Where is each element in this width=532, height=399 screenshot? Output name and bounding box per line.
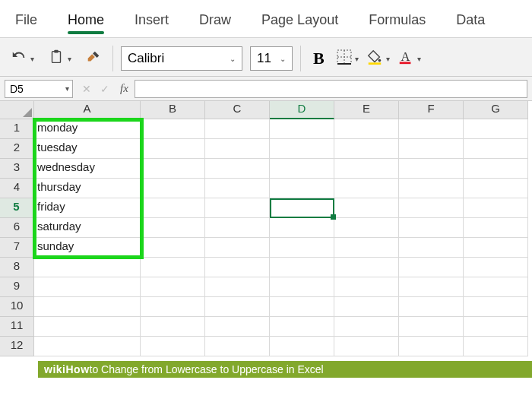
cell[interactable]	[464, 159, 528, 179]
cell[interactable]	[270, 119, 334, 139]
column-header-G[interactable]: G	[464, 101, 528, 119]
cell[interactable]	[399, 218, 464, 238]
cell[interactable]	[34, 297, 141, 317]
format-painter-button[interactable]	[82, 47, 105, 71]
cell[interactable]	[205, 337, 270, 356]
cell[interactable]	[141, 198, 205, 218]
row-header[interactable]: 4	[0, 179, 34, 198]
row-header[interactable]: 11	[0, 317, 34, 337]
cell[interactable]	[34, 258, 141, 277]
cell[interactable]	[205, 119, 270, 139]
cell[interactable]	[464, 179, 528, 198]
tab-formulas[interactable]: Formulas	[353, 5, 441, 37]
confirm-icon[interactable]: ✓	[96, 83, 114, 95]
cell[interactable]	[270, 297, 334, 317]
cell-D5[interactable]	[270, 198, 334, 218]
cell[interactable]	[399, 337, 464, 356]
paste-button[interactable]: ▾	[45, 46, 74, 71]
cell[interactable]	[464, 297, 528, 317]
column-header-C[interactable]: C	[205, 101, 270, 119]
column-header-B[interactable]: B	[141, 101, 205, 119]
cell[interactable]	[205, 218, 270, 238]
cell[interactable]	[464, 218, 528, 238]
row-header[interactable]: 10	[0, 297, 34, 317]
cell[interactable]	[270, 159, 334, 179]
cell[interactable]	[334, 297, 399, 317]
column-header-A[interactable]: A	[34, 101, 141, 119]
cell[interactable]	[270, 277, 334, 297]
row-header[interactable]: 9	[0, 277, 34, 297]
bold-button[interactable]: B	[309, 49, 329, 68]
tab-insert[interactable]: Insert	[119, 5, 184, 37]
cell[interactable]	[141, 258, 205, 277]
cell[interactable]	[334, 218, 399, 238]
cell[interactable]	[34, 277, 141, 297]
cell-A3[interactable]: wednesday	[34, 159, 141, 179]
cell[interactable]	[399, 198, 464, 218]
name-box[interactable]: D5 ▾	[5, 80, 73, 98]
cell[interactable]	[399, 159, 464, 179]
cell-A5[interactable]: friday	[34, 198, 141, 218]
cell[interactable]	[270, 238, 334, 258]
row-header[interactable]: 3	[0, 159, 34, 179]
cell-A4[interactable]: thursday	[34, 179, 141, 198]
cell[interactable]	[334, 179, 399, 198]
borders-button[interactable]: ▾	[337, 49, 359, 68]
cell[interactable]	[334, 119, 399, 139]
cell[interactable]	[334, 238, 399, 258]
cell[interactable]	[464, 277, 528, 297]
cell[interactable]	[141, 179, 205, 198]
cell[interactable]	[399, 258, 464, 277]
cell[interactable]	[270, 218, 334, 238]
cell[interactable]	[464, 238, 528, 258]
font-family-select[interactable]: Calibri ⌄	[121, 46, 242, 71]
cell[interactable]	[464, 198, 528, 218]
cell[interactable]	[399, 179, 464, 198]
column-header-D[interactable]: D	[270, 101, 334, 119]
cell-A6[interactable]: saturday	[34, 218, 141, 238]
cell[interactable]	[399, 277, 464, 297]
cell[interactable]	[141, 139, 205, 159]
cell[interactable]	[464, 119, 528, 139]
font-size-select[interactable]: 11 ⌄	[250, 46, 293, 71]
cell[interactable]	[270, 139, 334, 159]
cell[interactable]	[205, 198, 270, 218]
cell[interactable]	[141, 277, 205, 297]
cell[interactable]	[334, 277, 399, 297]
row-header[interactable]: 6	[0, 218, 34, 238]
cell[interactable]	[205, 317, 270, 337]
row-header[interactable]: 12	[0, 337, 34, 356]
row-header[interactable]: 8	[0, 258, 34, 277]
cell[interactable]	[141, 159, 205, 179]
cell[interactable]	[34, 337, 141, 356]
cell[interactable]	[399, 139, 464, 159]
cell[interactable]	[334, 337, 399, 356]
column-header-F[interactable]: F	[399, 101, 464, 119]
row-header[interactable]: 1	[0, 119, 34, 139]
cell[interactable]	[270, 337, 334, 356]
cell-A1[interactable]: monday	[34, 119, 141, 139]
cell-A7[interactable]: sunday	[34, 238, 141, 258]
cell[interactable]	[205, 238, 270, 258]
cell-A2[interactable]: tuesday	[34, 139, 141, 159]
fx-label[interactable]: fx	[114, 82, 135, 95]
cell[interactable]	[334, 139, 399, 159]
fill-color-button[interactable]: ▾	[366, 49, 390, 68]
cell[interactable]	[399, 238, 464, 258]
row-header[interactable]: 7	[0, 238, 34, 258]
cell[interactable]	[334, 159, 399, 179]
tab-page-layout[interactable]: Page Layout	[246, 5, 353, 37]
cancel-icon[interactable]: ✕	[78, 83, 96, 95]
row-header[interactable]: 5	[0, 198, 34, 218]
tab-file[interactable]: File	[0, 5, 52, 37]
cell[interactable]	[270, 317, 334, 337]
row-header[interactable]: 2	[0, 139, 34, 159]
cell[interactable]	[34, 317, 141, 337]
select-all-button[interactable]	[0, 101, 34, 119]
cell[interactable]	[464, 139, 528, 159]
cell[interactable]	[399, 317, 464, 337]
cell[interactable]	[205, 297, 270, 317]
cell[interactable]	[141, 317, 205, 337]
cell[interactable]	[141, 238, 205, 258]
cell[interactable]	[205, 139, 270, 159]
